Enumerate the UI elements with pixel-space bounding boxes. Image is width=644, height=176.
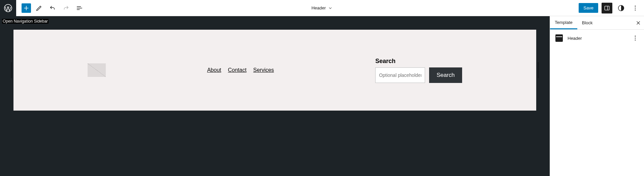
chevron-down-icon (328, 6, 332, 10)
search-input[interactable] (375, 67, 425, 83)
nav-link-contact[interactable]: Contact (228, 67, 247, 73)
svg-point-9 (635, 40, 636, 41)
template-name: Header (312, 5, 326, 10)
wordpress-logo[interactable] (0, 0, 16, 16)
close-sidebar-button[interactable] (635, 20, 641, 26)
search-block[interactable]: Search Search (375, 58, 462, 83)
template-selector[interactable]: Header (312, 5, 333, 10)
nav-sidebar-tooltip: Open Navigation Sidebar (2, 19, 49, 24)
main-area: Open Navigation Sidebar About Contact Se… (0, 16, 644, 176)
save-button[interactable]: Save (579, 3, 598, 13)
svg-point-4 (635, 5, 636, 6)
sidebar-tabs: Template Block (550, 16, 644, 30)
svg-point-8 (635, 38, 636, 39)
plus-icon (23, 5, 30, 11)
topbar: Header Save (0, 0, 644, 16)
search-label: Search (375, 58, 462, 65)
editor-canvas-wrapper: Open Navigation Sidebar About Contact Se… (0, 16, 550, 176)
edit-mode-button[interactable] (34, 3, 44, 13)
header-inner: About Contact Services Search Search (13, 58, 536, 83)
close-icon (635, 20, 641, 26)
toolbar-right: Save (579, 3, 644, 13)
undo-button[interactable] (47, 3, 58, 13)
svg-point-7 (635, 36, 636, 37)
dots-vertical-icon (632, 5, 639, 11)
template-panel-row: Header (550, 30, 644, 47)
pencil-icon (35, 4, 43, 12)
add-block-button[interactable] (22, 3, 31, 13)
wordpress-icon (4, 4, 12, 12)
site-logo-placeholder[interactable] (88, 63, 106, 77)
search-row: Search (375, 67, 462, 83)
nav-link-about[interactable]: About (207, 67, 221, 73)
settings-sidebar: Template Block Header (550, 16, 644, 176)
styles-button[interactable] (616, 3, 626, 13)
options-button[interactable] (630, 3, 641, 13)
svg-point-5 (635, 7, 636, 8)
sidebar-icon (604, 5, 610, 11)
header-template-icon (555, 34, 563, 42)
header-template-canvas[interactable]: About Contact Services Search Search (13, 30, 536, 111)
resize-handle-right[interactable] (538, 62, 539, 78)
undo-icon (49, 4, 56, 12)
list-icon (76, 4, 83, 12)
navigation-block[interactable]: About Contact Services (207, 67, 274, 73)
template-panel-more-button[interactable] (632, 35, 639, 41)
tab-template[interactable]: Template (550, 16, 577, 29)
redo-icon (62, 4, 70, 12)
nav-link-services[interactable]: Services (253, 67, 274, 73)
search-submit-button[interactable]: Search (429, 67, 462, 83)
redo-button (61, 3, 71, 13)
svg-point-6 (635, 9, 636, 10)
resize-handle-left[interactable] (11, 62, 12, 78)
document-overview-button[interactable] (74, 3, 85, 13)
settings-toggle-button[interactable] (602, 3, 612, 13)
dots-vertical-icon (632, 35, 639, 41)
svg-rect-1 (605, 6, 609, 10)
toolbar-left (16, 3, 85, 13)
styles-icon (617, 4, 625, 12)
tab-block[interactable]: Block (577, 16, 598, 29)
template-panel-title: Header (568, 36, 582, 41)
